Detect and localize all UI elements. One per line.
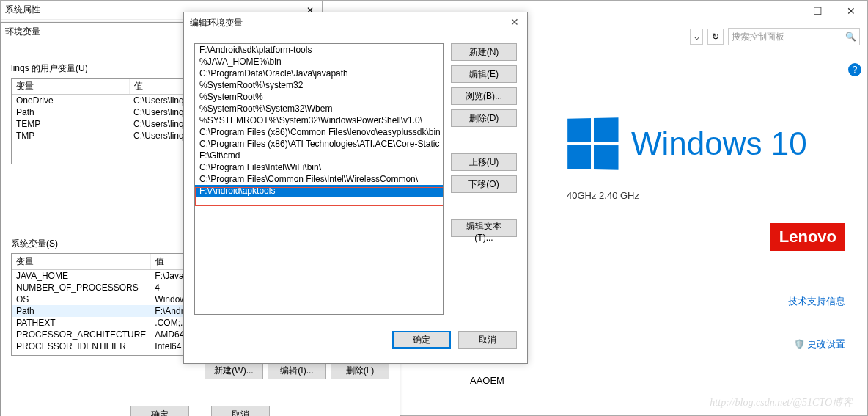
cancel-button[interactable]: 取消 (211, 406, 270, 416)
list-item[interactable]: C:\ProgramData\Oracle\Java\javapath (195, 67, 443, 79)
list-item[interactable]: C:\Program Files\Common Files\Intel\Wire… (195, 173, 443, 185)
list-item[interactable]: F:\Android\sdk\platform-tools (195, 44, 443, 56)
ok-button[interactable]: 确定 (392, 331, 451, 349)
list-item[interactable]: %SystemRoot%\system32 (195, 79, 443, 91)
list-item[interactable]: %SystemRoot% (195, 91, 443, 103)
tech-support-link[interactable]: 技术支持信息 (788, 296, 845, 307)
maximize-button[interactable]: ☐ (801, 1, 834, 21)
search-placeholder: 搜索控制面板 (732, 31, 784, 43)
cancel-button[interactable]: 取消 (458, 331, 517, 349)
move-up-button[interactable]: 上移(U) (451, 153, 517, 171)
edit-button[interactable]: 编辑(E) (451, 65, 517, 83)
list-item[interactable]: %JAVA_HOME%\bin (195, 56, 443, 67)
windows-logo-icon (567, 117, 618, 170)
edit-button[interactable]: 编辑(I)... (268, 362, 326, 379)
system-info-panel: Windows 10 40GHz 2.40 GHz Lenovo 技术支持信息 … (545, 59, 867, 415)
dialog-title: 系统属性 (5, 4, 40, 16)
address-dropdown[interactable]: ⌵ (690, 29, 703, 45)
window-controls: — ☐ ✕ (768, 1, 867, 21)
list-item[interactable]: %SYSTEMROOT%\System32\WindowsPowerShell\… (195, 114, 443, 126)
refresh-button[interactable]: ↻ (707, 29, 724, 45)
new-button[interactable]: 新建(W)... (205, 362, 263, 379)
list-item[interactable]: C:\Program Files\Intel\WiFi\bin\ (195, 161, 443, 173)
search-icon: 🔍 (845, 32, 856, 42)
col-variable: 变量 (12, 79, 129, 95)
col-variable: 变量 (12, 254, 150, 270)
edit-text-button[interactable]: 编辑文本(T)... (451, 219, 517, 237)
dialog-title: 环境变量 (5, 26, 40, 38)
ok-button[interactable]: 确定 (130, 406, 189, 416)
list-item[interactable]: C:\Program Files (x86)\ATI Technologies\… (195, 138, 443, 150)
windows10-text: Windows 10 (631, 125, 807, 162)
list-item[interactable]: %SystemRoot%\System32\Wbem (195, 103, 443, 114)
oem-text: AAOEM (470, 375, 504, 386)
shield-icon: 🛡️ (794, 339, 805, 349)
minimize-button[interactable]: — (768, 1, 801, 21)
cpu-info: 40GHz 2.40 GHz (567, 190, 845, 201)
edit-environment-variable-dialog: 编辑环境变量 ✕ F:\Android\sdk\platform-tools%J… (183, 12, 528, 364)
close-icon[interactable]: ✕ (508, 16, 521, 29)
list-item[interactable]: F:\Git\cmd (195, 150, 443, 161)
path-listbox[interactable]: F:\Android\sdk\platform-tools%JAVA_HOME%… (194, 43, 444, 315)
browse-button[interactable]: 浏览(B)... (451, 87, 517, 105)
dialog-title: 编辑环境变量 (190, 17, 243, 29)
list-item[interactable]: C:\Program Files (x86)\Common Files\leno… (195, 126, 443, 138)
new-button[interactable]: 新建(N) (451, 43, 517, 61)
list-item[interactable]: F:\Android\apktools (195, 185, 443, 197)
delete-button[interactable]: 删除(D) (451, 109, 517, 127)
search-input[interactable]: 搜索控制面板 🔍 (728, 28, 860, 45)
close-button[interactable]: ✕ (834, 1, 867, 21)
delete-button[interactable]: 删除(L) (331, 362, 389, 379)
watermark-text: http://blog.csdn.net/@51CTO博客 (710, 396, 853, 409)
lenovo-logo: Lenovo (770, 223, 845, 251)
move-down-button[interactable]: 下移(O) (451, 175, 517, 193)
windows-branding: Windows 10 (567, 118, 845, 169)
change-settings-link[interactable]: 更改设置 (807, 338, 845, 349)
